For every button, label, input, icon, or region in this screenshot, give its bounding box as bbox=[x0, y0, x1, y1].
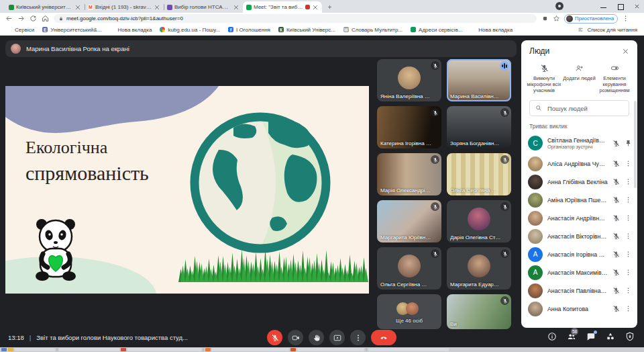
participant-tile[interactable]: Маргарита Юріївна Че... bbox=[377, 200, 441, 243]
more-options-icon[interactable] bbox=[625, 305, 632, 312]
bookmark-item[interactable]: К Київський Універс... bbox=[278, 27, 335, 33]
media-control-icon[interactable] bbox=[555, 2, 564, 10]
more-options-icon[interactable] bbox=[625, 232, 632, 240]
end-call-button[interactable] bbox=[371, 330, 396, 345]
camera-toggle-button[interactable] bbox=[288, 330, 303, 345]
tab-close-icon[interactable] bbox=[233, 4, 239, 11]
participant-row[interactable]: Анастасія Павлівна Третяк bbox=[521, 281, 637, 300]
forward-icon[interactable] bbox=[17, 15, 25, 22]
participant-tile[interactable]: Ще 46 осіб bbox=[377, 294, 441, 329]
avatar bbox=[528, 302, 543, 316]
more-options-icon[interactable] bbox=[625, 178, 632, 185]
panel-scrollbar[interactable] bbox=[634, 101, 637, 188]
home-icon[interactable] bbox=[42, 15, 49, 22]
windows-taskbar[interactable] bbox=[0, 347, 644, 352]
reading-list-button[interactable]: Список для читання bbox=[577, 27, 637, 33]
participant-row[interactable]: Анастасія Андріївна Кра... bbox=[521, 209, 637, 227]
more-options-icon[interactable] bbox=[625, 196, 632, 204]
taskbar-item[interactable] bbox=[205, 348, 211, 351]
participant-tile[interactable]: Ольга Сергіївна Мусіяч... bbox=[377, 247, 441, 290]
bookmark-item[interactable]: W Словарь Мультитр... bbox=[343, 27, 402, 33]
participant-tile[interactable]: Зоряна Богданівна Ли... bbox=[447, 106, 511, 148]
taskbar-item[interactable] bbox=[203, 348, 204, 351]
tab-close-icon[interactable] bbox=[312, 4, 319, 11]
more-options-icon[interactable] bbox=[625, 251, 632, 258]
participant-tile[interactable]: Марія Олександрівна ... bbox=[377, 153, 441, 195]
taskbar-item[interactable] bbox=[59, 348, 119, 351]
taskbar-item[interactable] bbox=[121, 348, 126, 351]
participant-row[interactable]: Анна Копитова bbox=[521, 300, 637, 318]
tab-close-icon[interactable] bbox=[154, 4, 160, 11]
more-options-icon[interactable] bbox=[625, 160, 632, 167]
bookmark-favicon-icon: W bbox=[343, 27, 349, 32]
taskbar-item[interactable] bbox=[15, 348, 55, 351]
participant-tile[interactable]: Марина Василівна Роп... bbox=[447, 59, 511, 101]
people-action-button[interactable]: Додати людей bbox=[562, 64, 597, 93]
bookmark-star-icon[interactable] bbox=[553, 15, 560, 22]
activities-button[interactable] bbox=[606, 332, 615, 341]
raise-hand-button[interactable] bbox=[309, 330, 324, 345]
close-icon[interactable] bbox=[622, 48, 629, 55]
people-button[interactable]: 58 bbox=[567, 332, 576, 341]
taskbar-item[interactable] bbox=[290, 348, 296, 351]
more-options-button[interactable] bbox=[350, 330, 366, 345]
participant-tile[interactable]: Яніна Валеріївна Карлі... bbox=[377, 59, 441, 101]
present-button[interactable] bbox=[329, 330, 345, 345]
tab-close-icon[interactable] bbox=[74, 4, 81, 11]
browser-tab[interactable]: Вибір голови НТСАДМВ Наукове... bbox=[164, 1, 243, 13]
taskbar-item[interactable] bbox=[8, 348, 13, 351]
mic-toggle-button[interactable] bbox=[267, 330, 282, 345]
participant-row[interactable]: А Анастасія Ігорівна Яковен... bbox=[521, 245, 637, 263]
participant-row[interactable]: С Світлана Геннадіївн... (Ви) Організато… bbox=[521, 132, 637, 155]
address-bar[interactable]: meet.google.com/boq-dziv-icb?pli=1&authu… bbox=[54, 14, 537, 23]
taskbar-item[interactable] bbox=[1, 348, 7, 351]
participant-tile[interactable]: Маргарита Едуардівна ... bbox=[447, 247, 511, 290]
pin-icon[interactable] bbox=[625, 140, 632, 147]
bookmark-item[interactable]: Е Університетський&... bbox=[42, 27, 101, 33]
participant-row[interactable]: Аліса Андріївна Чумачен... bbox=[521, 155, 637, 173]
profile-button[interactable]: Приостановлена bbox=[564, 14, 618, 24]
participant-row[interactable]: Анастасія Вікторівна Сп... bbox=[521, 227, 637, 245]
bookmark-item[interactable]: Нова вкладка bbox=[470, 27, 513, 33]
bookmark-item[interactable]: f І Оголошення bbox=[228, 27, 270, 33]
window-maximize-button[interactable] bbox=[617, 3, 623, 9]
participant-row[interactable]: А Анастасія Максимівна П... bbox=[521, 263, 637, 281]
people-action-button[interactable]: Вимкнути мікрофони всіх учасників bbox=[527, 64, 561, 93]
window-minimize-button[interactable] bbox=[600, 3, 606, 9]
search-people-box[interactable] bbox=[529, 100, 629, 116]
browser-tab[interactable]: Meet: "Звіт та вибори голов... bbox=[243, 1, 322, 13]
taskbar-item[interactable] bbox=[56, 348, 58, 351]
participant-tile[interactable]: Дарія Олегівна Степан... bbox=[447, 200, 511, 243]
people-action-button[interactable]: Елементи керування розміщенням bbox=[597, 64, 632, 93]
bookmark-item[interactable]: kubg.edu.ua - Пошу... bbox=[160, 27, 220, 33]
taskbar-item[interactable] bbox=[368, 348, 449, 351]
window-close-button[interactable] bbox=[634, 3, 640, 9]
bookmark-item[interactable]: Сервіси bbox=[7, 27, 34, 33]
bookmark-item[interactable]: Адреси сервісів... bbox=[411, 27, 462, 33]
more-options-icon[interactable] bbox=[625, 214, 632, 222]
browser-tab[interactable]: M Вхідні (1 193) - skravets@kubg... bbox=[85, 1, 164, 13]
extension-icon[interactable] bbox=[541, 15, 549, 21]
chrome-menu-icon[interactable] bbox=[622, 15, 629, 22]
meeting-details-button[interactable] bbox=[547, 332, 557, 341]
taskbar-item[interactable] bbox=[212, 348, 289, 351]
reload-icon[interactable] bbox=[30, 15, 37, 22]
participant-row[interactable]: Аміна Юріївна Пшенкова... bbox=[521, 191, 637, 209]
browser-tab[interactable]: Київський університет імені Бо... bbox=[5, 1, 85, 13]
more-options-icon[interactable] bbox=[625, 287, 632, 294]
participant-tile[interactable]: Катерина Ігорівна Гав... bbox=[377, 106, 441, 148]
taskbar-item[interactable] bbox=[297, 348, 364, 351]
tab-title: Вхідні (1 193) - skravets@kubg... bbox=[95, 4, 152, 10]
bookmark-item[interactable]: Нова вкладка bbox=[110, 27, 152, 33]
more-options-icon[interactable] bbox=[625, 269, 632, 276]
back-icon[interactable] bbox=[5, 15, 13, 22]
search-input[interactable] bbox=[546, 104, 623, 113]
taskbar-item[interactable] bbox=[366, 348, 367, 351]
new-tab-button[interactable] bbox=[325, 2, 334, 11]
participant-row[interactable]: Анна Глібівна Векліна bbox=[521, 173, 637, 191]
chat-button[interactable] bbox=[586, 332, 596, 341]
participant-tile[interactable]: Ви bbox=[447, 294, 511, 329]
taskbar-item[interactable] bbox=[127, 348, 201, 351]
participant-tile[interactable]: Ольга Сергіївна Мусія... bbox=[447, 153, 511, 195]
host-controls-button[interactable] bbox=[625, 332, 635, 341]
